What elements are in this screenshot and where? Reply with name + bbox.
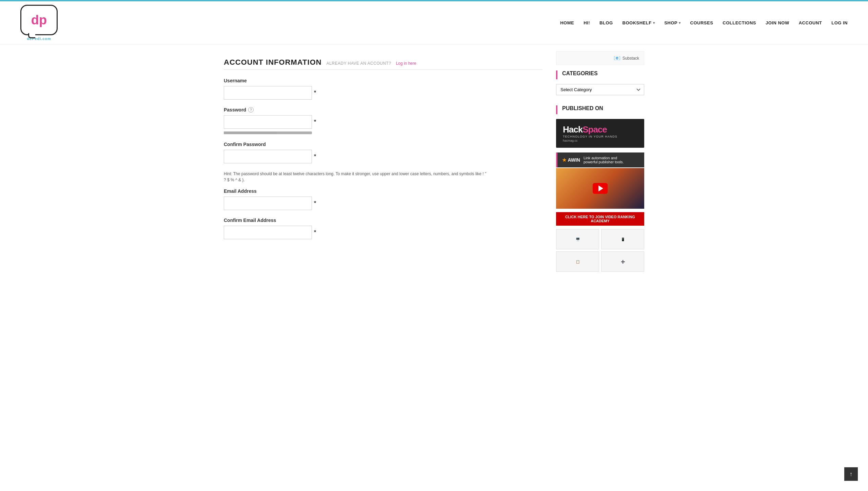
nav-blog[interactable]: BLOG [599,20,613,25]
password-required-star: * [314,119,316,125]
email-group: Email Address * [224,188,542,210]
logo-d: d [31,13,39,27]
password-hint-text: Hint: The password should be at least tw… [224,171,488,183]
awin-star-icon: ★ [562,157,567,163]
substack-label: Substack [623,56,639,61]
username-label: Username [224,78,542,83]
site-header: dp dePedi.com HOME HI! BLOG BOOKSHELF ▾ … [0,1,868,44]
main-nav: HOME HI! BLOG BOOKSHELF ▾ SHOP ▾ COURSES… [560,20,848,25]
hackspace-space: Space [583,124,607,135]
confirm-email-required-star: * [314,229,316,236]
content-area: ACCOUNT INFORMATION ALREADY HAVE AN ACCO… [224,51,542,282]
published-on-title: PUBLISHED ON [556,105,644,114]
email-label: Email Address [224,188,542,194]
video-thumbnail[interactable] [556,168,644,209]
confirm-email-input-wrapper: * [224,226,542,239]
confirm-password-input[interactable] [224,150,312,163]
confirm-email-input[interactable] [224,226,312,239]
confirm-password-label: Confirm Password [224,142,542,147]
confirm-password-input-wrapper: * [224,150,542,163]
nav-log-in[interactable]: LOG IN [831,20,848,25]
password-label: Password ? [224,107,542,112]
nav-bookshelf[interactable]: BOOKSHELF ▾ [623,20,655,25]
categories-widget: CATEGORIES Select Category [556,70,644,95]
nav-hi[interactable]: HI! [584,20,590,25]
awin-text-2: powerful publisher tools. [584,160,624,164]
main-container: ACCOUNT INFORMATION ALREADY HAVE AN ACCO… [214,44,654,289]
nav-shop[interactable]: SHOP ▾ [664,20,680,25]
vra-banner[interactable]: CLICK HERE TO JOIN VIDEO RANKING ACADEMY [556,212,644,226]
nav-join-now[interactable]: JOIN NOW [766,20,789,25]
confirm-password-group: Confirm Password * [224,142,542,163]
password-strength-bar [224,131,312,134]
published-on-widget: PUBLISHED ON HackSpace TECHNOLOGY IN YOU… [556,105,644,272]
email-required-star: * [314,200,316,206]
awin-banner: ★ AWIN Link automation and powerful publ… [556,152,644,167]
logo-bubble: dp [20,5,58,35]
account-info-subtitle: ALREADY HAVE AN ACCOUNT? [327,61,391,66]
password-input-wrapper: * [224,115,542,129]
password-hint-icon: ? [248,107,254,112]
shop-chevron-icon: ▾ [679,21,681,25]
product-card-2: 📱 [601,229,644,249]
play-button[interactable] [593,183,608,194]
email-input[interactable] [224,197,312,210]
username-input[interactable] [224,86,312,100]
products-grid: 🖥️ 📱 📋 ➕ [556,229,644,272]
hackspace-tag: hacmag.cc [563,139,637,142]
hackspace-subtitle: TECHNOLOGY IN YOUR HANDS [563,135,637,138]
bookshelf-chevron-icon: ▾ [653,21,655,25]
logo-p: p [39,13,47,27]
substack-widget: 📧 Substack [556,51,644,65]
nav-collections[interactable]: COLLECTIONS [723,20,756,25]
confirm-email-group: Confirm Email Address * [224,218,542,239]
substack-icon: 📧 [614,55,620,61]
product-icon-1: 🖥️ [576,238,580,241]
product-icon-2: 📱 [621,238,625,241]
password-strength-fill [224,131,277,134]
product-card-4: ➕ [601,251,644,272]
username-input-wrapper: * [224,86,542,100]
product-icon-4: ➕ [621,260,625,264]
account-info-header: ACCOUNT INFORMATION ALREADY HAVE AN ACCO… [224,58,542,70]
product-card-1: 🖥️ [556,229,599,249]
nav-home[interactable]: HOME [560,20,574,25]
password-input[interactable] [224,115,312,129]
hackspace-logo: HackSpace TECHNOLOGY IN YOUR HANDS hacma… [556,119,644,148]
awin-logo: ★ AWIN [562,157,580,163]
logo-area: dp dePedi.com [20,5,58,41]
username-group: Username * [224,78,542,100]
product-icon-3: 📋 [576,260,580,264]
confirm-password-required-star: * [314,154,316,160]
categories-select[interactable]: Select Category [556,84,644,95]
login-link[interactable]: Log in here [396,61,416,66]
username-required-star: * [314,90,316,96]
hackspace-hack: Hack [563,124,583,135]
account-info-title: ACCOUNT INFORMATION [224,58,322,67]
nav-account[interactable]: ACCOUNT [799,20,822,25]
email-input-wrapper: * [224,197,542,210]
nav-courses[interactable]: COURSES [690,20,713,25]
sidebar: 📧 Substack CATEGORIES Select Category PU… [556,51,644,282]
awin-text-1: Link automation and [584,156,624,160]
confirm-email-label: Confirm Email Address [224,218,542,223]
product-card-3: 📋 [556,251,599,272]
categories-title: CATEGORIES [556,70,644,79]
password-group: Password ? * [224,107,542,134]
